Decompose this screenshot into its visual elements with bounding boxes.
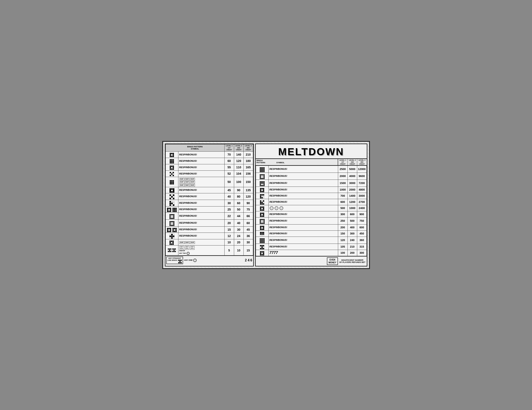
table-row: RESPINBONUS! 52 104 156 xyxy=(165,170,253,177)
bingo-pattern-cell xyxy=(256,173,268,180)
symbol-label: RESPINBONUS! xyxy=(178,206,224,212)
table-row: RESPINBONUS! 2500 5000 12000 xyxy=(256,166,367,173)
val1: 105 xyxy=(338,244,347,250)
val2: 60 xyxy=(234,200,243,206)
val2: 50 xyxy=(234,206,243,212)
table-row: RESPINBONUS! 20 40 60 xyxy=(165,219,253,226)
val1: 22 xyxy=(224,212,234,219)
table-row: RESPINBONUS! 30 60 90 xyxy=(165,200,253,206)
symbol-label: RESPINBONUS! xyxy=(178,212,224,219)
bingo-pattern-cell xyxy=(165,151,178,158)
val3: 135 xyxy=(243,187,253,193)
val3: 360 xyxy=(357,237,367,244)
val1: 10 xyxy=(224,239,234,245)
val3: 3000 xyxy=(357,193,367,199)
val1: 60 xyxy=(224,158,234,164)
left-panel: BINGO PATTERN SYMBOL LEVEL 11STCREDIT LE… xyxy=(165,144,254,266)
val2: 10 xyxy=(234,245,243,255)
bingo-pattern-cell xyxy=(256,205,268,211)
left-table: BINGO PATTERN SYMBOL LEVEL 11STCREDIT LE… xyxy=(165,144,253,255)
table-row: RESPINBONUS! 60 120 180 xyxy=(165,158,253,164)
val2: 5000 xyxy=(347,166,357,173)
val2: 24 xyxy=(234,233,243,239)
symbol-label: RESPINBONUS! xyxy=(178,200,224,206)
val1: 2000 xyxy=(338,173,347,180)
symbol-label: RESPINBONUS! xyxy=(178,151,224,158)
meltdown-title: MELTDOWN xyxy=(256,144,367,159)
any-one-label: ANY ONE xyxy=(184,259,196,262)
right-level2-header: LEVEL 22NDCREDIT xyxy=(347,159,357,165)
symbol-label: RESPINBONUS! xyxy=(178,158,224,164)
symbol-label: RESPINBONUS! xyxy=(268,237,338,244)
val1: 30 xyxy=(224,200,234,206)
val1: 70 xyxy=(224,151,234,158)
table-row: RESPINBONUS! 1000 2000 4800 xyxy=(256,187,367,193)
val3: 4800 xyxy=(357,187,367,193)
val3: 7200 xyxy=(357,180,367,187)
right-panel: MELTDOWN BINGOPATTERN SYMBOL LEVEL 11STC… xyxy=(255,144,367,266)
val1: 300 xyxy=(338,211,347,217)
val2: 1000 xyxy=(347,205,357,211)
val3: 75 xyxy=(243,206,253,212)
bingo-pattern-cell xyxy=(165,164,178,170)
bingo-pattern-cell xyxy=(256,211,268,217)
table-row: 500 1000 2400 xyxy=(256,205,367,211)
symbol-label: BARBARBAR BARBARBAR BARBARBAR xyxy=(178,177,224,187)
val3: 90 xyxy=(243,200,253,206)
bingo-pattern-cell xyxy=(256,231,268,237)
bingo-pattern-cell xyxy=(165,158,178,164)
bingo-pattern-cell xyxy=(165,177,178,187)
symbol-label: RESPINBONUS! xyxy=(268,187,338,193)
val1: 1500 xyxy=(338,180,347,187)
val3: 165 xyxy=(243,164,253,170)
val3: 120 xyxy=(243,193,253,200)
right-bingo-pattern-col: BINGOPATTERN SYMBOL xyxy=(256,159,338,165)
right-level1-header: LEVEL 11STCREDIT xyxy=(338,159,347,165)
symbol-label-sevens: 7777 xyxy=(268,250,338,256)
bingo-pattern-cell xyxy=(165,239,178,245)
val3-bottom: 6 xyxy=(250,258,252,262)
bingo-pattern-cell xyxy=(256,180,268,187)
val2: 90 xyxy=(234,187,243,193)
val1: 12 xyxy=(224,233,234,239)
val3: 15 xyxy=(243,245,253,255)
symbol-label: RESPINBONUS! xyxy=(268,225,338,231)
symbol-label: BARBARBAR xyxy=(178,239,224,245)
table-row: RESPINBONUS! 55 110 165 xyxy=(165,164,253,170)
left-level1-header: LEVEL 11STCREDIT xyxy=(224,144,234,152)
val3: 2400 xyxy=(357,205,367,211)
symbol-label: RESPINBONUS! xyxy=(268,193,338,199)
val3: 450 xyxy=(357,231,367,237)
table-row: 7777 100 200 300 xyxy=(256,250,367,256)
val3: 30 xyxy=(243,239,253,245)
table-row: RESPINBONUS! 12 24 36 xyxy=(165,233,253,239)
symbol-label: RESPINBONUS! xyxy=(178,164,224,170)
val2: 20 xyxy=(234,239,243,245)
val2: 120 xyxy=(234,158,243,164)
bingo-pattern-cell xyxy=(256,217,268,225)
val3: 750 xyxy=(357,217,367,225)
symbol-label: RESPINBONUS! xyxy=(268,231,338,237)
val1: 700 xyxy=(338,193,347,199)
val3: 66 xyxy=(243,212,253,219)
val2: 104 xyxy=(234,170,243,177)
val3: 210 xyxy=(243,151,253,158)
val2: 30 xyxy=(234,226,243,233)
symbol-label: RESPINBONUS! xyxy=(268,180,338,187)
symbol-label: RESPINBONUS! xyxy=(178,219,224,226)
val1: 52 xyxy=(224,170,234,177)
val1-bottom: 2 xyxy=(245,258,247,262)
left-level3-header: LEVEL 33RDCREDIT xyxy=(243,144,253,152)
val3: 36 xyxy=(243,233,253,239)
val1: 2500 xyxy=(338,166,347,173)
val2: 400 xyxy=(347,225,357,231)
table-row: RESPINBONUS! 300 600 900 xyxy=(256,211,367,217)
even-money-label: EVEN MONEY xyxy=(327,257,338,265)
val3: 150 xyxy=(243,177,253,187)
val1: 5 xyxy=(224,245,234,255)
val2: 200 xyxy=(347,250,357,256)
symbol-label: RESPINBONUS! xyxy=(268,244,338,250)
val1: 50 xyxy=(224,177,234,187)
symbol-label: RESPINBONUS! xyxy=(178,170,224,177)
val2: 1200 xyxy=(347,199,357,205)
